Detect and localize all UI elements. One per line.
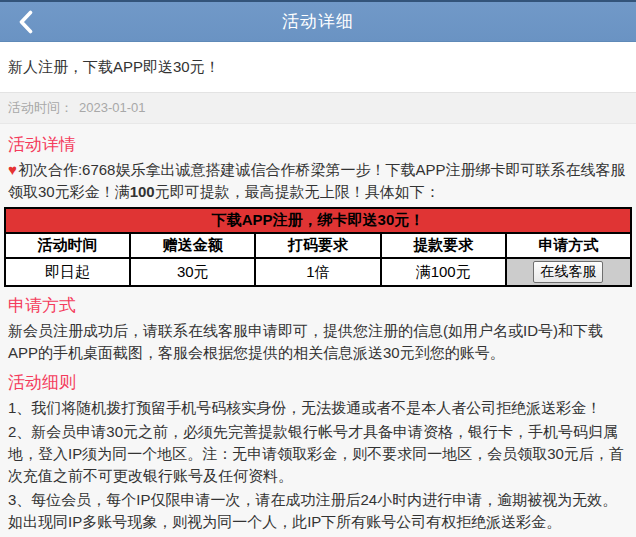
- rule-item-2: 2、新会员申请30元之前，必须先完善提款银行帐号才具备申请资格，银行卡，手机号码…: [8, 421, 628, 487]
- table-caption-row: 下载APP注册，绑卡即送30元！: [5, 208, 631, 233]
- heart-icon: ♥: [8, 161, 17, 178]
- activity-time-label: 活动时间：: [8, 100, 73, 115]
- back-button[interactable]: [8, 2, 42, 42]
- table-header-row: 活动时间 赠送金额 打码要求 提款要求 申请方式: [5, 233, 631, 258]
- cell-bonus: 30元: [130, 258, 255, 286]
- col-header-wager: 打码要求: [255, 233, 380, 258]
- col-header-bonus: 赠送金额: [130, 233, 255, 258]
- page-title: 活动详细: [0, 2, 636, 42]
- cell-time: 即日起: [5, 258, 130, 286]
- col-header-time: 活动时间: [5, 233, 130, 258]
- intro-bold-amount: 100: [130, 183, 155, 200]
- table-caption: 下载APP注册，绑卡即送30元！: [5, 208, 631, 233]
- table-row: 即日起 30元 1倍 满100元 在线客服: [5, 258, 631, 286]
- col-header-withdraw: 提款要求: [381, 233, 506, 258]
- intro-text-2: 元即可提款，最高提款无上限！具体如下：: [155, 183, 440, 200]
- activity-content: 活动详情 ♥初次合作:6768娱乐拿出诚意搭建诚信合作桥梁第一步！下载APP注册…: [0, 124, 636, 537]
- header-bar: 活动详细: [0, 2, 636, 42]
- promo-intro: ♥初次合作:6768娱乐拿出诚意搭建诚信合作桥梁第一步！下载APP注册绑卡即可联…: [8, 159, 628, 203]
- rules-heading: 活动细则: [8, 371, 628, 394]
- promo-table: 下载APP注册，绑卡即送30元！ 活动时间 赠送金额 打码要求 提款要求 申请方…: [4, 207, 632, 287]
- details-heading: 活动详情: [8, 133, 628, 156]
- promo-notice: 新人注册，下载APP即送30元！: [0, 42, 636, 93]
- apply-text: 新会员注册成功后，请联系在线客服申请即可，提供您注册的信息(如用户名或ID号)和…: [8, 320, 628, 364]
- online-service-button[interactable]: 在线客服: [533, 261, 603, 283]
- rule-item-3: 3、每位会员，每个IP仅限申请一次，请在成功注册后24小时内进行申请，逾期被视为…: [8, 489, 628, 533]
- activity-time-bar: 活动时间：2023-01-01: [0, 93, 636, 124]
- activity-time-value: 2023-01-01: [79, 100, 146, 115]
- cell-wager: 1倍: [255, 258, 380, 286]
- col-header-apply: 申请方式: [506, 233, 631, 258]
- apply-heading: 申请方式: [8, 294, 628, 317]
- cell-withdraw: 满100元: [381, 258, 506, 286]
- chevron-left-icon: [18, 10, 33, 34]
- cell-apply: 在线客服: [506, 258, 631, 286]
- rule-item-1: 1、我们将随机拨打预留手机号码核实身份，无法拨通或者不是本人者公司拒绝派送彩金！: [8, 397, 628, 419]
